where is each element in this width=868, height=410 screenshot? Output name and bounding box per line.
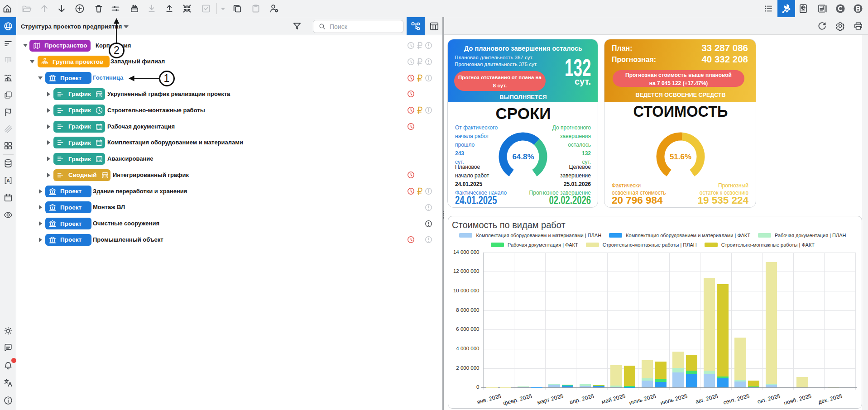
svg-text:A: A: [6, 178, 10, 183]
